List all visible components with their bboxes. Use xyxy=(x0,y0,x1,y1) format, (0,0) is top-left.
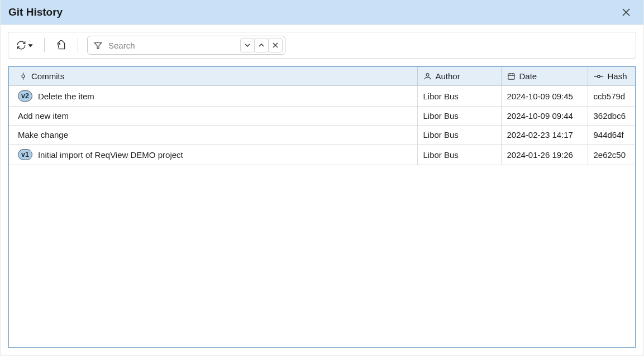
column-header-author[interactable]: Author xyxy=(417,67,501,86)
commit-cell: v2Delete the item xyxy=(9,86,417,107)
hash-cell: 362dbc6 xyxy=(588,107,635,126)
commit-cell: v1Initial import of ReqView DEMO project xyxy=(9,145,417,165)
filter-icon xyxy=(93,41,103,50)
refresh-button[interactable] xyxy=(14,37,35,54)
commit-cell: Add new item xyxy=(9,107,417,126)
search-input[interactable] xyxy=(107,40,236,51)
column-label: Hash xyxy=(608,71,627,81)
tag-button[interactable] xyxy=(54,37,69,54)
chevron-up-icon xyxy=(258,42,265,49)
commits-table-wrap: Commits Author xyxy=(8,66,636,348)
table-row[interactable]: Make changeLibor Bus2024-02-23 14:17944d… xyxy=(9,126,635,145)
svg-point-15 xyxy=(597,75,600,78)
commit-cell: Make change xyxy=(9,126,417,145)
svg-marker-2 xyxy=(28,44,32,47)
close-icon xyxy=(272,42,279,49)
chevron-down-icon xyxy=(244,42,251,49)
titlebar: Git History xyxy=(1,0,643,25)
person-icon xyxy=(423,72,432,80)
search-clear-button[interactable] xyxy=(268,38,283,52)
svg-point-3 xyxy=(59,43,60,44)
commits-table: Commits Author xyxy=(9,67,635,165)
author-cell: Libor Bus xyxy=(417,86,501,107)
svg-marker-4 xyxy=(94,42,102,49)
content-area: Commits Author xyxy=(1,25,643,355)
search-next-button[interactable] xyxy=(240,38,255,52)
date-cell: 2024-02-23 14:17 xyxy=(501,126,588,145)
commit-message: Initial import of ReqView DEMO project xyxy=(38,150,183,160)
svg-rect-11 xyxy=(508,74,514,79)
version-tag: v2 xyxy=(18,90,32,102)
author-cell: Libor Bus xyxy=(417,145,501,165)
table-row[interactable]: v1Initial import of ReqView DEMO project… xyxy=(9,145,635,165)
hash-cell: 944d64f xyxy=(588,126,635,145)
date-cell: 2024-10-09 09:45 xyxy=(501,86,588,107)
column-label: Commits xyxy=(31,71,64,81)
table-empty-area xyxy=(9,165,635,347)
column-label: Date xyxy=(519,71,537,81)
close-button[interactable] xyxy=(617,3,636,22)
svg-point-10 xyxy=(426,74,429,76)
hash-cell: 2e62c50 xyxy=(588,145,635,165)
toolbar xyxy=(8,32,636,59)
toolbar-divider xyxy=(44,38,45,52)
refresh-icon xyxy=(16,40,26,50)
date-cell: 2024-10-09 09:44 xyxy=(501,107,588,126)
author-cell: Libor Bus xyxy=(417,107,501,126)
commit-message: Delete the item xyxy=(38,92,94,101)
toolbar-divider xyxy=(78,38,78,52)
search-box xyxy=(87,36,285,55)
hash-cell: ccb579d xyxy=(588,86,635,107)
column-header-date[interactable]: Date xyxy=(501,67,588,86)
version-tag: v1 xyxy=(18,149,32,160)
hash-icon xyxy=(594,73,604,80)
column-header-commits[interactable]: Commits xyxy=(9,67,417,86)
git-history-window: Git History xyxy=(0,0,644,356)
column-label: Author xyxy=(436,71,460,81)
table-row[interactable]: Add new itemLibor Bus2024-10-09 09:44362… xyxy=(9,107,635,126)
search-prev-button[interactable] xyxy=(254,38,269,52)
table-row[interactable]: v2Delete the itemLibor Bus2024-10-09 09:… xyxy=(9,86,635,107)
chevron-down-icon xyxy=(28,43,33,48)
commit-icon xyxy=(19,72,27,80)
svg-point-7 xyxy=(22,75,25,78)
tag-icon xyxy=(56,40,66,51)
calendar-icon xyxy=(507,72,516,80)
window-title: Git History xyxy=(8,6,617,18)
column-header-hash[interactable]: Hash xyxy=(588,67,635,86)
commit-message: Make change xyxy=(18,130,68,139)
date-cell: 2024-01-26 19:26 xyxy=(501,145,588,165)
commit-message: Add new item xyxy=(18,111,69,121)
close-icon xyxy=(622,8,631,17)
author-cell: Libor Bus xyxy=(417,126,501,145)
